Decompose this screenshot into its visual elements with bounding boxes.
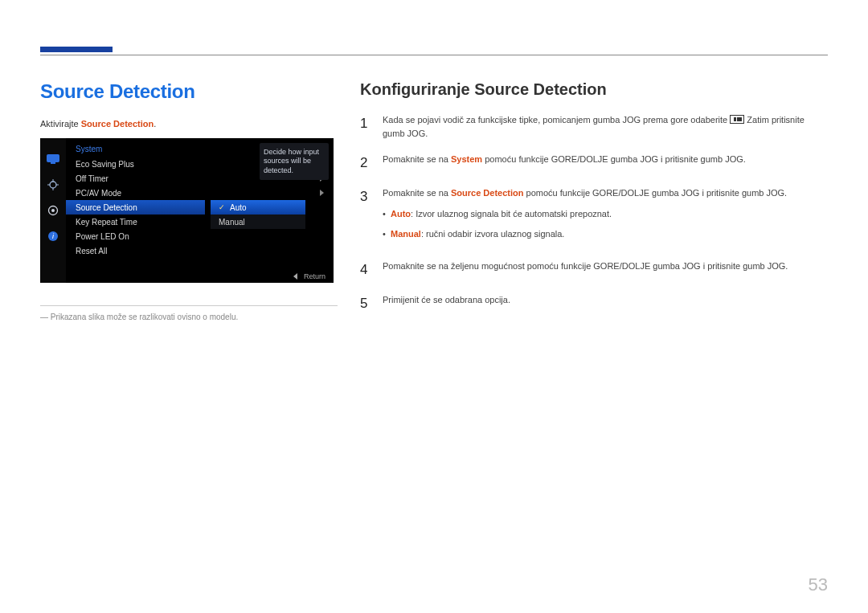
osd-footer-label: Return	[304, 272, 326, 280]
step-body: Primijenit će se odabrana opcija.	[383, 293, 510, 314]
intro-prefix: Aktivirajte	[40, 119, 81, 129]
step-emphasis: System	[451, 154, 482, 164]
osd-sidebar: i	[40, 138, 66, 283]
page-title: Source Detection	[40, 80, 338, 103]
arrow-left-icon	[293, 273, 297, 280]
menu-icon	[730, 115, 744, 124]
osd-row-label: Reset All	[76, 247, 107, 255]
osd-row-pcav: PC/AV Mode	[66, 186, 334, 200]
sub-item-manual: • Manual: ručni odabir izvora ulaznog si…	[383, 227, 787, 241]
osd-row-label: Source Detection	[76, 203, 137, 212]
step-number: 3	[360, 186, 371, 247]
svg-rect-1	[51, 162, 55, 164]
step-sub-list: • Auto: Izvor ulaznog signala bit će aut…	[383, 207, 787, 240]
osd-main: System Eco Saving PlusOff Off Timer PC/A…	[66, 138, 334, 283]
info-icon: i	[47, 230, 59, 243]
step-number: 2	[360, 153, 371, 174]
step-body: Pomaknite se na željenu mogućnost pomoću…	[383, 260, 788, 280]
monitor-icon	[47, 153, 59, 166]
osd-footer: Return	[293, 272, 326, 280]
disclaimer-text: ― Prikazana slika može se razlikovati ov…	[40, 313, 338, 321]
step-text: pomoću funkcije GORE/DOLJE gumba JOG i p…	[523, 188, 787, 198]
osd-row-source-detection: Source Detection	[66, 200, 205, 215]
sub-item-text: : ručni odabir izvora ulaznog signala.	[421, 229, 565, 239]
intro-text: Aktivirajte Source Detection.	[40, 119, 338, 129]
osd-row-powerled: Power LED On	[66, 229, 334, 243]
step-body: Pomaknite se na System pomoću funkcije G…	[383, 153, 746, 174]
step-emphasis: Source Detection	[451, 188, 523, 198]
osd-row-label: Key Repeat Time	[76, 218, 137, 227]
disclaimer-body: Prikazana slika može se razlikovati ovis…	[48, 313, 238, 321]
step-5: 5 Primijenit će se odabrana opcija.	[360, 293, 828, 314]
osd-submenu-manual: Manual	[211, 215, 305, 229]
gear-icon	[47, 204, 59, 217]
step-text: Pomaknite se na	[383, 188, 451, 198]
osd-submenu: Auto Manual	[211, 200, 305, 229]
sub-item-emphasis: Auto	[391, 209, 411, 219]
step-1: 1 Kada se pojavi vodič za funkcijske tip…	[360, 113, 828, 140]
svg-point-2	[50, 182, 56, 188]
step-body: Pomaknite se na Source Detection pomoću …	[383, 186, 787, 247]
sub-item-emphasis: Manual	[391, 229, 421, 239]
osd-submenu-auto: Auto	[211, 200, 305, 215]
sub-item-auto: • Auto: Izvor ulaznog signala bit će aut…	[383, 207, 787, 221]
disclaimer-dash: ―	[40, 313, 48, 321]
osd-row-resetall: Reset All	[66, 243, 334, 258]
svg-point-8	[51, 209, 55, 212]
intro-emphasis: Source Detection	[81, 119, 154, 129]
step-number: 4	[360, 260, 371, 280]
step-number: 1	[360, 113, 371, 140]
osd-screenshot: i System Eco Saving PlusOff Off Timer PC…	[40, 138, 334, 283]
step-body: Kada se pojavi vodič za funkcijske tipke…	[383, 113, 828, 140]
osd-row-label: Eco Saving Plus	[76, 160, 134, 169]
disclaimer-divider	[40, 305, 338, 306]
sub-item-text: : Izvor ulaznog signala bit će automatsk…	[411, 209, 612, 219]
step-text: pomoću funkcije GORE/DOLJE gumba JOG i p…	[482, 154, 746, 164]
header-accent-bar	[40, 47, 113, 52]
section-heading: Konfiguriranje Source Detection	[360, 80, 828, 99]
osd-row-label: PC/AV Mode	[76, 189, 121, 198]
step-text: Kada se pojavi vodič za funkcijske tipke…	[383, 115, 730, 125]
step-4: 4 Pomaknite se na željenu mogućnost pomo…	[360, 260, 828, 280]
chevron-right-icon	[320, 190, 324, 196]
osd-row-label: Power LED On	[76, 232, 129, 241]
step-text: Pomaknite se na	[383, 154, 451, 164]
steps-list: 1 Kada se pojavi vodič za funkcijske tip…	[360, 113, 828, 313]
osd-row-label: Off Timer	[76, 174, 108, 183]
intro-suffix: .	[154, 119, 156, 129]
step-3: 3 Pomaknite se na Source Detection pomoć…	[360, 186, 828, 247]
svg-rect-0	[47, 155, 59, 162]
osd-description: Decide how input sources will be detecte…	[260, 143, 329, 180]
page-number: 53	[809, 574, 828, 595]
step-number: 5	[360, 293, 371, 314]
target-icon	[47, 178, 59, 191]
header-rule	[40, 55, 828, 55]
step-2: 2 Pomaknite se na System pomoću funkcije…	[360, 153, 828, 174]
